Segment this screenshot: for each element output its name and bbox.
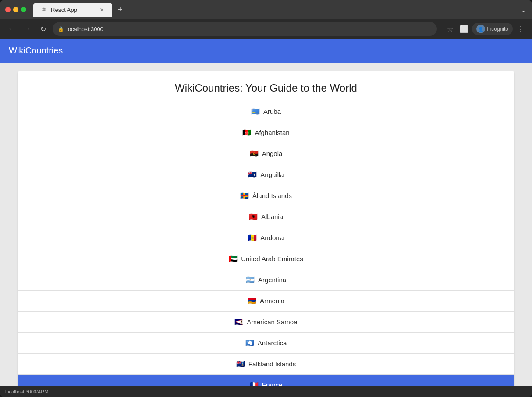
url-bar[interactable]: 🔒 localhost:3000	[53, 22, 437, 36]
country-flag-icon: 🇦🇷	[246, 276, 255, 284]
country-name: Albania	[261, 213, 283, 220]
lock-icon: 🔒	[58, 26, 64, 32]
country-name: Argentina	[258, 276, 286, 284]
country-flag-icon: 🇦🇽	[240, 191, 249, 200]
status-bar: localhost:3000/ARM	[0, 386, 532, 397]
title-bar: ⚛ React App ✕ + ⌄	[0, 0, 532, 19]
tab-favicon-icon: ⚛	[40, 6, 47, 13]
country-flag-icon: 🇦🇸	[234, 318, 243, 326]
list-item[interactable]: 🇦🇪United Arab Emirates	[18, 248, 514, 269]
list-item[interactable]: 🇦🇫Afghanistan	[18, 122, 514, 143]
country-flag-icon: 🇦🇪	[229, 255, 238, 263]
country-name: Afghanistan	[255, 129, 289, 136]
country-name: Armenia	[260, 297, 284, 305]
bookmark-button[interactable]: ☆	[444, 23, 456, 35]
country-name: Anguilla	[260, 171, 284, 178]
country-flag-icon: 🇦🇫	[242, 128, 251, 137]
forward-button[interactable]: →	[21, 23, 33, 35]
browser-window: ⚛ React App ✕ + ⌄ ← → ↻ 🔒 localhost:3000…	[0, 0, 532, 397]
list-item[interactable]: 🇦🇴Angola	[18, 143, 514, 164]
country-flag-icon: 🇦🇩	[248, 234, 257, 242]
status-url: localhost:3000/ARM	[5, 389, 48, 394]
country-name: Antarctica	[258, 339, 287, 347]
close-button[interactable]	[5, 7, 11, 12]
country-flag-icon: 🇦🇴	[250, 149, 259, 158]
country-name: American Samoa	[247, 318, 297, 326]
reload-button[interactable]: ↻	[37, 23, 49, 35]
country-name: Falkland Islands	[248, 360, 296, 368]
profile-label: Incognito	[487, 26, 508, 32]
app-brand: WikiCountries	[9, 46, 63, 55]
country-flag-icon: 🇦🇶	[245, 339, 254, 347]
country-flag-icon: 🇦🇱	[249, 213, 258, 221]
app-header: WikiCountries	[0, 39, 532, 63]
country-name: Angola	[262, 150, 283, 157]
tab-bar: ⚛ React App ✕ + ⌄	[33, 3, 527, 17]
tab-overflow-button[interactable]: ⌄	[520, 5, 527, 14]
country-name: Åland Islands	[252, 192, 292, 199]
list-item[interactable]: 🇦🇲Armenia	[18, 290, 514, 311]
list-item[interactable]: 🇦🇼Aruba	[18, 101, 514, 122]
list-item[interactable]: 🇦🇶Antarctica	[18, 332, 514, 353]
browser-actions: ☆ ⬜ 👤 Incognito ⋮	[444, 23, 527, 35]
list-item[interactable]: 🇦🇷Argentina	[18, 269, 514, 290]
page-title: WikiCountries: Your Guide to the World	[18, 71, 514, 101]
page-body: WikiCountries: Your Guide to the World 🇦…	[18, 71, 514, 386]
tab-title-text: React App	[51, 7, 95, 13]
address-bar: ← → ↻ 🔒 localhost:3000 ☆ ⬜ 👤 Incognito ⋮	[0, 19, 532, 39]
tab-search-button[interactable]: ⬜	[458, 23, 470, 35]
traffic-lights	[5, 7, 26, 12]
country-list: 🇦🇼Aruba🇦🇫Afghanistan🇦🇴Angola🇦🇮Anguilla🇦🇽…	[18, 101, 514, 386]
list-item[interactable]: 🇦🇮Anguilla	[18, 164, 514, 185]
maximize-button[interactable]	[21, 7, 26, 12]
url-text: localhost:3000	[67, 26, 103, 32]
country-flag-icon: 🇦🇮	[248, 170, 257, 179]
country-flag-icon: 🇦🇼	[251, 107, 260, 116]
list-item[interactable]: 🇫🇷France	[18, 374, 514, 386]
country-name: Aruba	[263, 108, 281, 115]
country-name: United Arab Emirates	[241, 255, 303, 262]
page-content: WikiCountries WikiCountries: Your Guide …	[0, 39, 532, 386]
list-item[interactable]: 🇦🇸American Samoa	[18, 311, 514, 332]
tab-close-button[interactable]: ✕	[98, 6, 105, 13]
profile-icon: 👤	[476, 25, 485, 33]
menu-button[interactable]: ⋮	[514, 23, 527, 35]
list-item[interactable]: 🇫🇰Falkland Islands	[18, 353, 514, 374]
new-tab-button[interactable]: +	[114, 4, 126, 16]
list-item[interactable]: 🇦🇩Andorra	[18, 227, 514, 248]
list-item[interactable]: 🇦🇱Albania	[18, 206, 514, 227]
profile-button[interactable]: 👤 Incognito	[472, 23, 513, 35]
country-flag-icon: 🇫🇰	[236, 360, 245, 368]
browser-tab[interactable]: ⚛ React App ✕	[33, 3, 112, 17]
country-name: Andorra	[260, 234, 284, 241]
country-flag-icon: 🇫🇷	[250, 381, 259, 386]
back-button[interactable]: ←	[5, 23, 18, 35]
country-flag-icon: 🇦🇲	[248, 297, 256, 305]
list-item[interactable]: 🇦🇽Åland Islands	[18, 185, 514, 206]
minimize-button[interactable]	[13, 7, 18, 12]
country-name: France	[262, 381, 283, 386]
